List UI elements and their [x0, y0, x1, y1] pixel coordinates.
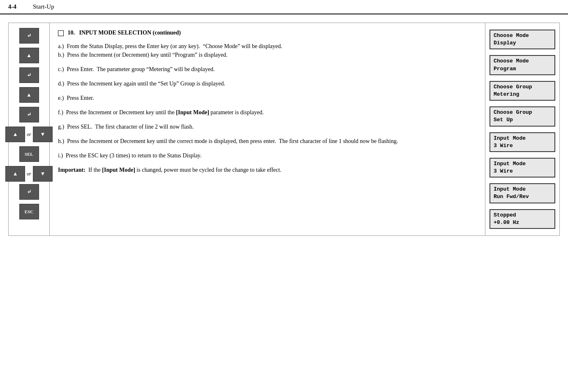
up-key-d[interactable]: ▲	[19, 87, 39, 103]
lcd-8-line2: +0.00 Hz	[494, 219, 551, 226]
step-e: e.) Press Enter.	[58, 94, 477, 102]
lcd-display-8: Stopped +0.00 Hz	[489, 209, 555, 229]
step-h: h.) Press the Increment or Decrement key…	[58, 137, 477, 145]
lcd-8-line1: Stopped	[494, 212, 551, 219]
lcd-6-line1: Input Mode	[494, 160, 551, 168]
right-panel: Choose Mode Display Choose Mode Program …	[485, 23, 559, 235]
lcd-6-line2: 3 Wire	[494, 168, 551, 175]
lcd-3-line2: Metering	[494, 91, 551, 98]
enter-key-a[interactable]: ↵	[19, 28, 39, 44]
enter-key-h[interactable]: ↵	[19, 184, 39, 200]
section-heading: INPUT MODE SELECTION	[79, 30, 152, 36]
section-number: 10.	[68, 30, 78, 36]
key-row-h: ▲ or ▼	[5, 166, 53, 182]
lcd-5-line2: 3 Wire	[494, 142, 551, 150]
section-continued: (continued)	[153, 30, 181, 36]
lcd-1-line2: Display	[494, 39, 551, 47]
lcd-display-2: Choose Mode Program	[489, 55, 555, 75]
left-panel: ↵ ▲ ↵ ▲ ↵ ▲ or ▼ SEL ▲ or ▼ ↵ ESC	[9, 23, 50, 235]
lcd-4-line1: Choose Group	[494, 109, 551, 116]
key-row-f: ▲ or ▼	[5, 127, 53, 142]
lcd-7-line1: Input Mode	[494, 186, 551, 193]
step-a: a.) From the Status Display, press the E…	[58, 42, 477, 59]
step-g: g.) Press SEL. The first character of li…	[58, 122, 477, 131]
step-d: d.) Press the Increment key again until …	[58, 79, 477, 88]
important-note: Important: If the [Input Mode] is change…	[58, 166, 477, 174]
esc-key-i[interactable]: ESC	[19, 204, 39, 219]
step-c: c.) Press Enter. The parameter group “Me…	[58, 65, 477, 74]
middle-panel: 10. INPUT MODE SELECTION (continued) a.)…	[50, 23, 485, 235]
section-title: 10. INPUT MODE SELECTION (continued)	[58, 30, 477, 36]
lcd-5-line1: Input Mode	[494, 135, 551, 142]
sel-key-g[interactable]: SEL	[19, 146, 39, 162]
enter-key-e[interactable]: ↵	[19, 107, 39, 122]
lcd-display-7: Input Mode Run Fwd/Rev	[489, 183, 555, 203]
or-label-h: or	[27, 171, 31, 177]
page-header: 4-4 Start-Up	[0, 0, 568, 14]
lcd-display-6: Input Mode 3 Wire	[489, 158, 555, 178]
lcd-display-5: Input Mode 3 Wire	[489, 132, 555, 152]
lcd-display-4: Choose Group Set Up	[489, 106, 555, 126]
main-content: ↵ ▲ ↵ ▲ ↵ ▲ or ▼ SEL ▲ or ▼ ↵ ESC	[8, 23, 560, 236]
or-label-f: or	[27, 131, 31, 138]
up-key-f[interactable]: ▲	[5, 127, 25, 142]
checkbox[interactable]	[58, 30, 64, 36]
lcd-display-1: Choose Mode Display	[489, 30, 555, 49]
step-f: f.) Press the Increment or Decrement key…	[58, 108, 477, 117]
lcd-4-line2: Set Up	[494, 116, 551, 124]
lcd-2-line2: Program	[494, 65, 551, 73]
lcd-2-line1: Choose Mode	[494, 58, 551, 65]
lcd-7-line2: Run Fwd/Rev	[494, 193, 551, 201]
enter-key-c[interactable]: ↵	[19, 67, 39, 83]
page-title: Start-Up	[33, 3, 54, 10]
step-i: i.) Press the ESC key (3 times) to retur…	[58, 151, 477, 160]
lcd-3-line1: Choose Group	[494, 83, 551, 91]
lcd-1-line1: Choose Mode	[494, 32, 551, 39]
lcd-display-3: Choose Group Metering	[489, 81, 555, 101]
up-key-b[interactable]: ▲	[19, 48, 39, 63]
page-number: 4-4	[8, 3, 16, 10]
up-key-h[interactable]: ▲	[5, 166, 25, 182]
